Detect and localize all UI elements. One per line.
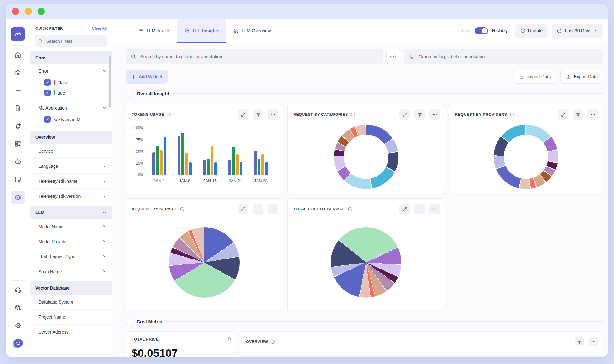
user-avatar[interactable] [11, 336, 25, 350]
filter-item-database-system[interactable]: Database System [30, 295, 112, 309]
filter-widget-button[interactable] [575, 337, 584, 346]
filter-widget-button[interactable] [253, 204, 263, 214]
tab-label: LLM Traces [147, 28, 170, 33]
add-widget-button[interactable]: Add Widget [126, 70, 168, 84]
checkbox-checked[interactable]: ✓ [44, 79, 51, 86]
filter-group-label: Overview [35, 135, 55, 140]
sidebar-item-add-dashboard[interactable] [11, 137, 25, 151]
info-icon[interactable] [351, 112, 356, 117]
expand-widget-button[interactable] [238, 109, 248, 120]
sidebar-item-evaluations[interactable] [11, 173, 25, 187]
desktop: QUICK FILTER Clear All Core Error [0, 0, 614, 364]
filter-group-llm[interactable]: LLM [30, 206, 112, 219]
info-icon[interactable] [180, 207, 185, 212]
more-options-button[interactable] [429, 109, 440, 120]
checkbox-checked[interactable]: ✓ [44, 90, 51, 96]
filter-sub-ml-application[interactable]: ML Application [30, 101, 112, 114]
expand-widget-button[interactable] [399, 109, 410, 120]
filter-item-telemetry-sdk-name[interactable]: Telemetry.sdk.name [30, 173, 112, 188]
filter-option-label: Flase [58, 80, 68, 85]
y-axis-tick: 50% [129, 149, 143, 154]
filter-item-llm-request-type[interactable]: LLM Request Type [30, 249, 112, 264]
filter-item-server-address[interactable]: Server Address [30, 324, 112, 339]
filter-widget-button[interactable] [253, 109, 263, 120]
filter-sub-error[interactable]: Error [30, 64, 112, 77]
filter-widget-button[interactable] [573, 109, 583, 120]
more-options-button[interactable] [589, 337, 598, 346]
section-divider [166, 321, 603, 322]
tab-lll-insights[interactable]: LLL Insights [177, 19, 226, 43]
info-icon[interactable] [270, 339, 275, 344]
filter-item-model-provider[interactable]: Model Provider [30, 234, 112, 249]
close-window-button[interactable] [12, 8, 19, 15]
collapse-section-button[interactable]: – [126, 318, 133, 325]
expand-widget-button[interactable] [238, 204, 248, 214]
overview-table-cell [526, 355, 602, 357]
expand-icon [402, 207, 408, 212]
more-options-button[interactable] [268, 204, 278, 214]
live-history-toggle[interactable] [475, 27, 488, 34]
expand-widget-button[interactable] [558, 109, 568, 120]
filter-option-true[interactable]: ✓ true [30, 88, 112, 98]
filter-item-telemetry-sdk-version[interactable]: Telemetry.sdk.version [30, 188, 112, 203]
sidebar-item-documents[interactable] [11, 101, 25, 115]
filter-search-input[interactable] [46, 38, 104, 44]
code-query-button[interactable]: </> [386, 49, 401, 64]
filter-option-naman-ml[interactable]: ✓ </> Naman-ML [30, 114, 112, 125]
filter-item-language[interactable]: Language [30, 158, 112, 173]
tab-llm-overview[interactable]: LLM Overview [226, 19, 278, 43]
clear-all-button[interactable]: Clear All [92, 26, 107, 31]
sidebar-item-integrations[interactable] [11, 301, 25, 315]
filter-group-overview[interactable]: Overview [30, 131, 112, 144]
info-icon[interactable] [509, 112, 514, 117]
dashboard-content: </> Add Widget [112, 43, 608, 357]
import-data-button[interactable]: Import Data [514, 70, 556, 84]
filter-item-span-name[interactable]: Span Name [30, 264, 112, 279]
sidebar-item-logs[interactable] [11, 84, 25, 97]
info-icon[interactable] [348, 207, 353, 212]
panel-scrollbar[interactable] [109, 56, 111, 107]
maximize-window-button[interactable] [38, 8, 45, 15]
minimize-window-button[interactable] [25, 8, 32, 15]
filter-option-flase[interactable]: ✓ Flase [30, 77, 112, 88]
main-search-input[interactable] [140, 54, 378, 59]
filter-item-project-name[interactable]: Project Name [30, 309, 112, 324]
bar [240, 162, 242, 175]
expand-widget-button[interactable] [399, 204, 410, 214]
sidebar-item-alerts[interactable] [11, 119, 25, 133]
more-options-button[interactable] [268, 109, 278, 120]
app-window: QUICK FILTER Clear All Core Error [6, 4, 608, 357]
sidebar-item-llm-insights[interactable] [11, 191, 25, 204]
x-axis-label: JAN 8 [172, 179, 197, 183]
sidebar-item-support[interactable] [11, 283, 25, 297]
sidebar-item-settings[interactable] [11, 319, 25, 332]
filter-item-model-name[interactable]: Model Name [30, 219, 112, 234]
more-options-button[interactable] [588, 109, 598, 120]
sidebar-item-datastore[interactable] [11, 66, 25, 79]
update-button[interactable]: Update [515, 24, 548, 38]
info-icon[interactable] [226, 337, 231, 342]
filter-group-vector-database[interactable]: Vector Database [30, 281, 112, 295]
tab-llm-traces[interactable]: LLM Traces [131, 19, 177, 43]
filter-sub-label: ML Application [39, 105, 67, 110]
chevron-right-icon [102, 164, 106, 168]
chevron-down-icon [102, 56, 107, 60]
info-icon[interactable] [167, 112, 172, 117]
group-by-input[interactable] [418, 54, 598, 59]
collapse-section-button[interactable]: – [126, 90, 133, 97]
filter-widget-button[interactable] [414, 109, 425, 120]
sidebar-item-home[interactable] [11, 48, 25, 62]
bar [164, 137, 166, 175]
filter-widget-button[interactable] [414, 204, 425, 214]
add-widget-label: Add Widget [139, 74, 162, 79]
more-options-button[interactable] [429, 204, 440, 214]
filter-group-core[interactable]: Core [30, 51, 112, 64]
bar [189, 162, 192, 175]
tokens-usage-bar-chart: 0%25%50%75%100%JAN 1JAN 8JAN 15JAN 21JAN… [126, 120, 283, 194]
export-data-button[interactable]: Export Data [560, 70, 603, 84]
checkbox-checked[interactable]: ✓ [44, 116, 51, 123]
app-logo[interactable] [11, 27, 25, 41]
date-range-button[interactable]: Last 30 Days [552, 24, 603, 38]
filter-item-service[interactable]: Service [30, 144, 112, 158]
sidebar-item-assistant[interactable] [11, 155, 25, 169]
